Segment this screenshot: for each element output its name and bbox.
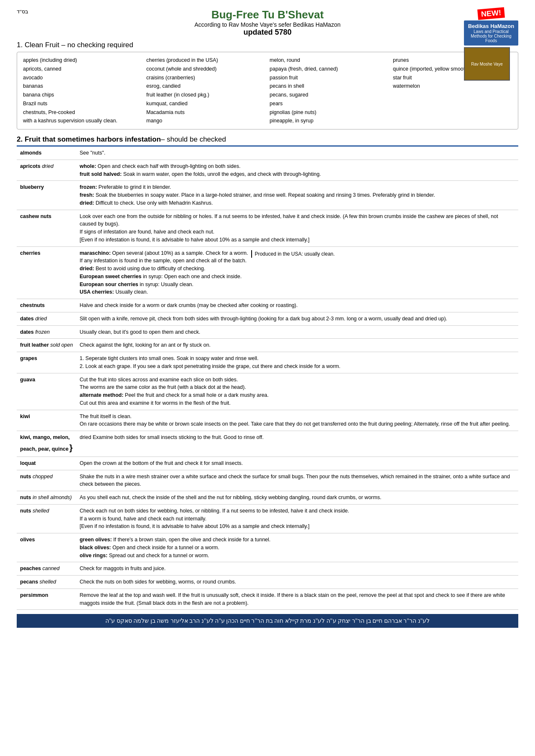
fruit-sub-label: sold open <box>50 342 73 348</box>
desc-line: If a worm is found, halve and check each… <box>79 515 515 523</box>
desc-line: Halve and check inside for a worm or dar… <box>79 302 515 310</box>
fruit-name-cell: olives <box>17 533 76 562</box>
desc-line: olive rings: Spread out and check for a … <box>79 552 515 560</box>
fruit-name-cell: pecans shelled <box>17 576 76 589</box>
desc-line: fruit sold halved: Soak in warm water, o… <box>79 170 515 178</box>
desc-line: On rare occasions there may be white or … <box>79 420 515 428</box>
table-row: cherries maraschino: Open several (about… <box>17 246 518 299</box>
fruit-name: pecans <box>20 579 38 585</box>
clean-fruit-item: avocado <box>23 74 142 82</box>
fruit-name: fruit leather <box>20 342 49 348</box>
fruit-name: apricots <box>20 163 41 169</box>
fruit-table: almondsSee "nuts".apricots driedwhole: O… <box>17 147 518 610</box>
desc-line: USA cherries: Usually clean. <box>79 288 248 296</box>
table-row: almondsSee "nuts". <box>17 147 518 160</box>
desc-line: Check each nut on both sides for webbing… <box>79 507 515 515</box>
desc-line: Cut the fruit into slices across and exa… <box>79 376 515 384</box>
fruit-sub-label: dried <box>42 163 54 169</box>
fruit-desc-cell: 1. Seperate tight clusters into small on… <box>76 352 518 373</box>
table-row: blueberryfrozen: Preferable to grind it … <box>17 181 518 210</box>
clean-fruit-item: apples (including dried) <box>23 56 142 64</box>
desc-line: Usually clean, but it's good to open the… <box>79 328 515 336</box>
desc-line: The worms are the same color as the frui… <box>79 383 515 391</box>
clean-fruit-item: pignolias (pine nuts) <box>270 109 389 117</box>
table-row: olivesgreen olives: If there's a brown s… <box>17 533 518 562</box>
fruit-desc-cell: As you shell each nut, check the inside … <box>76 491 518 505</box>
fruit-desc-cell: Check against the light, looking for an … <box>76 339 518 352</box>
fruit-name-cell: nuts chopped <box>17 470 76 491</box>
fruit-name-cell: persimmon <box>17 589 76 610</box>
brace-container: maraschino: Open several (about 10%) as … <box>79 249 515 297</box>
fruit-name-cell: dates frozen <box>17 325 76 339</box>
footer-text: לע"נ הר"ר אברהם חיים בן הר"ר יצחק ע"ה לע… <box>105 618 430 624</box>
clean-fruit-item: pecans, sugared <box>270 91 389 99</box>
desc-line: Look over each one from the outside for … <box>79 213 515 228</box>
fruit-name-cell: nuts shelled <box>17 504 76 533</box>
table-row: nuts in shell almonds)As you shell each … <box>17 491 518 505</box>
clean-fruit-item: cherries (produced in the USA) <box>146 56 265 64</box>
clean-fruit-item: melon, round <box>270 56 389 64</box>
clean-fruit-item: papaya (fresh, dried, canned) <box>270 65 389 73</box>
table-row: dates driedSlit open with a knife, remov… <box>17 312 518 325</box>
table-row: grapes1. Seperate tight clusters into sm… <box>17 352 518 373</box>
desc-line: dried Examine both sides for small insec… <box>79 434 515 441</box>
desc-line: The fruit itself is clean. <box>79 413 515 421</box>
table-row: kiwiThe fruit itself is clean.On rare oc… <box>17 410 518 431</box>
fruit-sub-label: shelled <box>40 579 56 585</box>
desc-line: If signs of infestation are found, halve… <box>79 228 515 236</box>
fruit-name-cell: almonds <box>17 147 76 160</box>
table-row: nuts shelledCheck each nut on both sides… <box>17 504 518 533</box>
fruit-name: cashew nuts <box>20 213 51 219</box>
fruit-name: nuts <box>20 495 31 500</box>
fruit-name: dates <box>20 329 34 335</box>
book-author: Rav Moshe Vaye <box>471 62 502 66</box>
desc-line: Check the nuts on both sides for webbing… <box>79 578 515 586</box>
fruit-name-cell: apricots dried <box>17 160 76 181</box>
clean-fruit-item: Brazil nuts <box>23 100 142 108</box>
fruit-name-cell: kiwi <box>17 410 76 431</box>
clean-fruit-item: coconut (whole and shredded) <box>146 65 265 73</box>
page-header: בס"ד Bug-Free Tu B'Shevat According to R… <box>17 8 518 37</box>
fruit-name: nuts <box>20 474 31 479</box>
table-row: peaches cannedCheck for maggots in fruit… <box>17 562 518 576</box>
fruit-desc-cell: Look over each one from the outside for … <box>76 210 518 246</box>
fruit-desc-cell: Check the nuts on both sides for webbing… <box>76 576 518 589</box>
desc-line: green olives: If there's a brown stain, … <box>79 536 515 544</box>
desc-line: [Even if no infestation is found, it is … <box>79 236 515 244</box>
desc-line: alternate method: Peel the fruit and che… <box>79 391 515 399</box>
fruit-desc-cell: dried Examine both sides for small insec… <box>76 431 518 457</box>
desc-line: black olives: Open and check inside for … <box>79 544 515 552</box>
nos-label: בס"ד <box>17 8 28 15</box>
fruit-name: loquat <box>20 460 36 466</box>
fruit-desc-cell: frozen: Preferable to grind it in blende… <box>76 181 518 210</box>
header-subtitle: According to Rav Moshe Vaye's sefer Bedi… <box>17 21 518 28</box>
clean-fruit-item: bananas <box>23 82 142 90</box>
desc-line: fresh: Soak the blueberries in soapy wat… <box>79 191 515 199</box>
clean-fruit-item: Macadamia nuts <box>146 109 265 117</box>
fruit-desc-cell: Slit open with a knife, remove pit, chec… <box>76 312 518 325</box>
fruit-desc-cell: Check each nut on both sides for webbing… <box>76 504 518 533</box>
fruit-desc-cell: green olives: If there's a brown stain, … <box>76 533 518 562</box>
desc-line: Shake the nuts in a wire mesh strainer o… <box>79 473 515 489</box>
book-image: Rav Moshe Vaye <box>464 47 510 81</box>
clean-fruit-item: apricots, canned <box>23 65 142 73</box>
page-title: Bug-Free Tu B'Shevat <box>17 8 518 21</box>
badge-sub: Laws and Practical Methods for Checking … <box>467 29 515 43</box>
clean-fruit-item: banana chips <box>23 91 142 99</box>
desc-line: European sour cherries in syrup: Usually… <box>79 281 248 289</box>
desc-line: 2. Look at each grape. If you see a dark… <box>79 363 515 370</box>
fruit-desc-cell: Check for maggots in fruits and juice. <box>76 562 518 576</box>
fruit-sub-label: frozen <box>35 329 50 335</box>
table-row: cashew nutsLook over each one from the o… <box>17 210 518 246</box>
desc-line: As you shell each nut, check the inside … <box>79 494 515 502</box>
fruit-desc-cell: Cut the fruit into slices across and exa… <box>76 373 518 410</box>
clean-fruit-item: with a kashrus supervision usually clean… <box>23 117 142 125</box>
fruit-desc-cell: The fruit itself is clean.On rare occasi… <box>76 410 518 431</box>
fruit-desc-cell: See "nuts". <box>76 147 518 160</box>
clean-fruit-item: mango <box>146 117 265 125</box>
fruit-name-cell: cashew nuts <box>17 210 76 246</box>
fruit-desc-cell: maraschino: Open several (about 10%) as … <box>76 246 518 299</box>
header-updated: updated 5780 <box>17 28 518 37</box>
fruit-desc-cell: Remove the leaf at the top and wash well… <box>76 589 518 610</box>
fruit-desc-cell: Open the crown at the bottom of the frui… <box>76 457 518 470</box>
